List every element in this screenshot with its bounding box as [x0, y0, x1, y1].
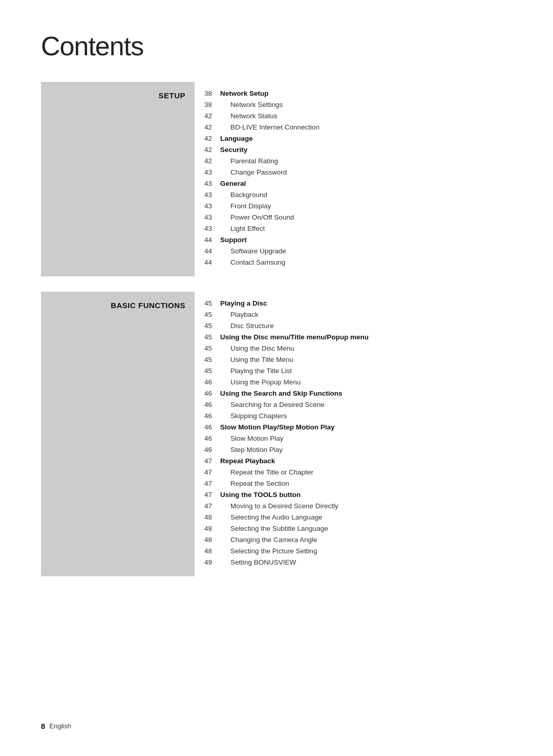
- section-label-col-setup: SETUP: [41, 82, 195, 276]
- toc-page-number: 46: [195, 412, 220, 420]
- toc-row: 45Playing a Disc: [195, 299, 512, 310]
- toc-entry-text: Repeat the Section: [220, 480, 512, 487]
- toc-page-number: 47: [195, 457, 220, 465]
- toc-row: 43General: [195, 179, 512, 190]
- footer-language: English: [49, 722, 71, 730]
- toc-page-number: 43: [195, 213, 220, 221]
- toc-entry-text: BD-LIVE Internet Connection: [220, 123, 512, 131]
- toc-page-number: 49: [195, 558, 220, 566]
- toc-page-number: 45: [195, 299, 220, 307]
- toc-entry-text: Background: [220, 191, 512, 199]
- section-setup: SETUP38Network Setup38Network Settings42…: [41, 82, 512, 276]
- footer: 8 English: [41, 722, 71, 730]
- toc-page-number: 46: [195, 401, 220, 408]
- toc-page-number: 43: [195, 191, 220, 199]
- toc-page-number: 48: [195, 513, 220, 521]
- toc-entry-text: Network Settings: [220, 101, 512, 109]
- toc-row: 48Selecting the Audio Language: [195, 513, 512, 524]
- toc-row: 46Step Motion Play: [195, 445, 512, 457]
- toc-page-number: 45: [195, 333, 220, 341]
- toc-row: 45Playback: [195, 310, 512, 321]
- toc-page-number: 48: [195, 536, 220, 544]
- toc-row: 43Background: [195, 190, 512, 202]
- toc-row: 38Network Settings: [195, 100, 512, 112]
- toc-row: 46Slow Motion Play: [195, 434, 512, 445]
- toc-page-number: 47: [195, 468, 220, 476]
- toc-row: 47Repeat the Title or Chapter: [195, 468, 512, 479]
- toc-page-number: 43: [195, 168, 220, 176]
- toc-page-number: 42: [195, 112, 220, 120]
- toc-entry-text: Repeat the Title or Chapter: [220, 468, 512, 476]
- toc-page-number: 42: [195, 146, 220, 154]
- toc-entry-text: Using the Search and Skip Functions: [220, 390, 512, 397]
- toc-page-number: 46: [195, 446, 220, 453]
- toc-entry-text: Network Setup: [220, 90, 512, 97]
- toc-page-number: 45: [195, 311, 220, 318]
- toc-row: 46Skipping Chapters: [195, 412, 512, 423]
- toc-page-number: 47: [195, 502, 220, 510]
- toc-entry-text: Selecting the Picture Setting: [220, 547, 512, 555]
- toc-page-number: 45: [195, 367, 220, 375]
- toc-row: 44Support: [195, 235, 512, 247]
- toc-entry-text: Playing a Disc: [220, 299, 512, 307]
- toc-row: 48Selecting the Picture Setting: [195, 547, 512, 558]
- toc-row: 43Change Password: [195, 168, 512, 179]
- section-label-col-basic-functions: BASIC FUNCTIONS: [41, 292, 195, 576]
- toc-page-number: 46: [195, 423, 220, 431]
- toc-row: 47Repeat Playback: [195, 457, 512, 468]
- toc-row: 45Playing the Title List: [195, 366, 512, 378]
- toc-row: 47Using the TOOLS button: [195, 490, 512, 502]
- toc-page-number: 44: [195, 236, 220, 244]
- toc-row: 46Slow Motion Play/Step Motion Play: [195, 423, 512, 434]
- toc-page-number: 48: [195, 525, 220, 532]
- toc-row: 47Moving to a Desired Scene Directly: [195, 502, 512, 513]
- toc-entry-text: Light Effect: [220, 225, 512, 232]
- toc-page-number: 45: [195, 344, 220, 352]
- toc-entry-text: Moving to a Desired Scene Directly: [220, 502, 512, 510]
- section-basic-functions: BASIC FUNCTIONS45Playing a Disc45Playbac…: [41, 292, 512, 576]
- toc-row: 48Selecting the Subtitle Language: [195, 524, 512, 535]
- toc-entry-text: Software Upgrade: [220, 247, 512, 255]
- toc-row: 42Parental Rating: [195, 157, 512, 168]
- toc-page-number: 43: [195, 202, 220, 210]
- toc-page-number: 45: [195, 322, 220, 330]
- page-container: Contents SETUP38Network Setup38Network S…: [0, 0, 553, 622]
- toc-row: 44Software Upgrade: [195, 247, 512, 258]
- toc-entry-text: General: [220, 180, 512, 187]
- toc-entry-text: Repeat Playback: [220, 457, 512, 465]
- toc-row: 44Contact Samsung: [195, 258, 512, 269]
- toc-row: 42Security: [195, 145, 512, 157]
- toc-page-number: 42: [195, 157, 220, 165]
- toc-row: 42BD-LIVE Internet Connection: [195, 123, 512, 134]
- toc-page-number: 42: [195, 123, 220, 131]
- section-label-basic-functions: BASIC FUNCTIONS: [111, 301, 185, 310]
- toc-row: 46Using the Popup Menu: [195, 378, 512, 389]
- toc-row: 42Language: [195, 134, 512, 145]
- toc-row: 43Front Display: [195, 202, 512, 213]
- toc-entry-text: Changing the Camera Angle: [220, 536, 512, 544]
- toc-entry-text: Language: [220, 135, 512, 142]
- toc-row: 45Using the Disc menu/Title menu/Popup m…: [195, 333, 512, 344]
- page-title: Contents: [41, 31, 512, 61]
- toc-row: 38Network Setup: [195, 89, 512, 100]
- toc-entry-text: Network Status: [220, 112, 512, 120]
- section-content-basic-functions: 45Playing a Disc45Playback45Disc Structu…: [195, 292, 512, 576]
- toc-entry-text: Security: [220, 146, 512, 154]
- toc-entry-text: Using the TOOLS button: [220, 491, 512, 499]
- toc-entry-text: Using the Disc Menu: [220, 344, 512, 352]
- toc-page-number: 46: [195, 435, 220, 442]
- toc-page-number: 43: [195, 225, 220, 232]
- toc-entry-text: Parental Rating: [220, 157, 512, 165]
- toc-page-number: 47: [195, 480, 220, 487]
- toc-entry-text: Selecting the Audio Language: [220, 513, 512, 521]
- toc-page-number: 46: [195, 378, 220, 386]
- toc-page-number: 44: [195, 258, 220, 266]
- toc-entry-text: Skipping Chapters: [220, 412, 512, 420]
- toc-page-number: 38: [195, 90, 220, 97]
- toc-entry-text: Selecting the Subtitle Language: [220, 525, 512, 532]
- toc-row: 43Power On/Off Sound: [195, 213, 512, 224]
- toc-row: 46Using the Search and Skip Functions: [195, 389, 512, 400]
- toc-page-number: 47: [195, 491, 220, 499]
- toc-page-number: 38: [195, 101, 220, 109]
- toc-entry-text: Setting BONUSVIEW: [220, 558, 512, 566]
